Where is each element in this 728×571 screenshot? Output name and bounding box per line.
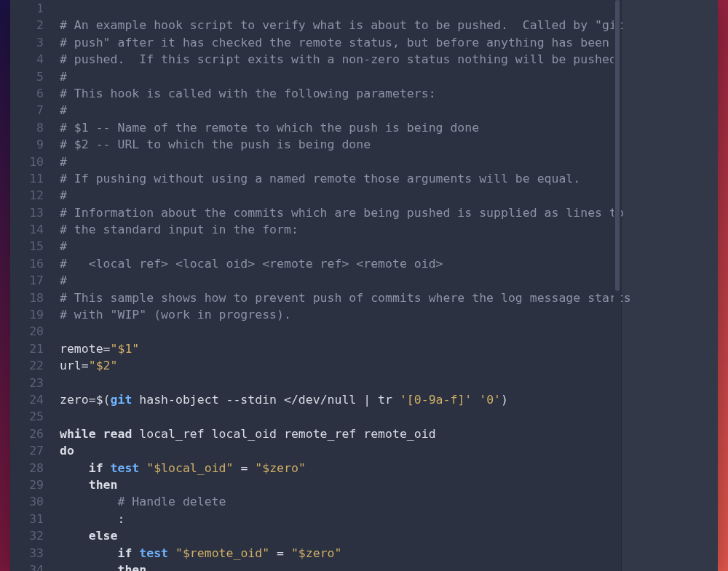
line-number: 34	[10, 562, 54, 571]
token: "$2"	[89, 359, 118, 372]
token: "$local_oid"	[146, 461, 233, 475]
line-number: 33	[10, 545, 54, 562]
token: else	[89, 529, 118, 543]
line-number-gutter: 1234567891011121314151617181920212223242…	[10, 0, 54, 571]
code-line[interactable]: #	[60, 187, 618, 204]
code-line[interactable]: while read local_ref local_oid remote_re…	[60, 426, 618, 442]
line-number: 11	[10, 170, 54, 187]
code-line[interactable]: #	[60, 153, 618, 170]
token	[132, 546, 139, 560]
token	[103, 461, 111, 475]
line-number: 23	[10, 375, 54, 391]
code-line[interactable]: # $2 -- URL to which the push is being d…	[60, 136, 618, 153]
token: :	[60, 512, 124, 526]
code-line[interactable]: then	[60, 476, 618, 493]
code-line[interactable]: #	[60, 68, 618, 85]
token: # pushed. If this script exits with a no…	[60, 52, 624, 66]
code-line[interactable]: then	[60, 562, 618, 571]
line-number: 30	[10, 493, 54, 510]
token	[472, 393, 479, 407]
line-number: 31	[10, 511, 54, 527]
vertical-scrollbar[interactable]	[614, 0, 621, 571]
token	[168, 546, 175, 560]
code-line[interactable]	[60, 408, 618, 425]
line-number: 12	[10, 187, 54, 204]
code-line[interactable]: if test "$local_oid" = "$zero"	[60, 460, 618, 476]
token: #	[60, 103, 67, 117]
code-line[interactable]: # <local ref> <local oid> <remote ref> <…	[60, 255, 618, 272]
token: "$zero"	[255, 461, 306, 475]
line-number: 25	[10, 408, 54, 425]
token	[60, 563, 117, 571]
code-line[interactable]: # This sample shows how to prevent push …	[60, 290, 618, 306]
line-number: 10	[10, 153, 54, 170]
line-number: 6	[10, 85, 54, 102]
code-line[interactable]: url="$2"	[60, 357, 618, 374]
line-number: 17	[10, 272, 54, 289]
code-line[interactable]: # Handle delete	[60, 493, 618, 510]
token: #	[60, 188, 67, 202]
token: # <local ref> <local oid> <remote ref> <…	[60, 257, 443, 271]
line-number: 13	[10, 204, 54, 221]
code-line[interactable]: #	[60, 238, 618, 255]
token: # with "WIP" (work in progress).	[60, 308, 291, 322]
token: )	[501, 393, 508, 407]
code-line[interactable]	[60, 0, 618, 17]
line-number: 2	[10, 17, 54, 33]
code-line[interactable]: # with "WIP" (work in progress).	[60, 306, 618, 323]
token	[139, 461, 146, 475]
line-number: 20	[10, 323, 54, 340]
code-line[interactable]: zero=$(git hash-object --stdin </dev/nul…	[60, 391, 618, 408]
code-line[interactable]: # $1 -- Name of the remote to which the …	[60, 119, 618, 136]
token: test	[139, 546, 168, 560]
line-number: 27	[10, 442, 54, 459]
code-line[interactable]: #	[60, 272, 618, 289]
token: "$remote_oid"	[175, 546, 269, 560]
token: #	[60, 155, 67, 169]
line-number: 16	[10, 255, 54, 272]
token: test	[111, 461, 140, 475]
token: # $2 -- URL to which the push is being d…	[60, 137, 371, 151]
code-line[interactable]: do	[60, 442, 618, 459]
token: local_ref local_oid remote_ref remote_oi…	[132, 427, 435, 441]
code-line[interactable]: # pushed. If this script exits with a no…	[60, 51, 618, 68]
line-number: 26	[10, 426, 54, 442]
token: =	[233, 461, 255, 475]
token	[60, 461, 89, 475]
code-line[interactable]: :	[60, 511, 618, 527]
line-number: 22	[10, 357, 54, 374]
line-number: 18	[10, 290, 54, 306]
code-line[interactable]: # This hook is called with the following…	[60, 85, 618, 102]
token	[60, 546, 117, 560]
token	[60, 478, 89, 492]
code-line[interactable]	[60, 323, 618, 340]
code-line[interactable]: # push" after it has checked the remote …	[60, 34, 618, 51]
code-area[interactable]: # An example hook script to verify what …	[60, 0, 618, 571]
code-line[interactable]	[60, 375, 618, 391]
line-number: 1	[10, 0, 54, 17]
token: #	[60, 239, 67, 253]
code-editor[interactable]: 1234567891011121314151617181920212223242…	[10, 0, 622, 571]
line-number: 8	[10, 119, 54, 136]
code-line[interactable]: # An example hook script to verify what …	[60, 17, 618, 33]
right-sidebar	[622, 0, 718, 571]
token: while read	[60, 427, 132, 441]
token: # push" after it has checked the remote …	[60, 36, 609, 49]
line-number: 21	[10, 340, 54, 357]
line-number: 19	[10, 306, 54, 323]
code-line[interactable]: if test "$remote_oid" = "$zero"	[60, 545, 618, 562]
code-line[interactable]: # Information about the commits which ar…	[60, 204, 618, 221]
code-line[interactable]: # the standard input in the form:	[60, 221, 618, 238]
code-line[interactable]: #	[60, 102, 618, 119]
token: if	[89, 461, 103, 475]
scroll-thumb[interactable]	[615, 0, 620, 291]
token: # This sample shows how to prevent push …	[60, 291, 631, 305]
line-number: 24	[10, 391, 54, 408]
code-line[interactable]: else	[60, 527, 618, 544]
token: # Handle delete	[117, 495, 226, 508]
code-line[interactable]: remote="$1"	[60, 340, 618, 357]
token	[60, 529, 89, 543]
token: # Information about the commits which ar…	[60, 206, 624, 220]
code-line[interactable]: # If pushing without using a named remot…	[60, 170, 618, 187]
token: hash-object --stdin </dev/null | tr	[132, 393, 400, 407]
